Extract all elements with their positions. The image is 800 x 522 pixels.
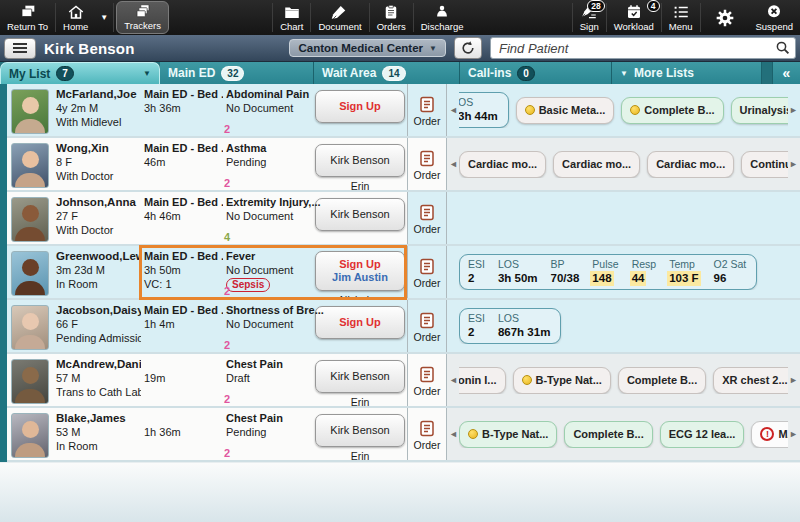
tab-my-list[interactable]: My List 7 ▼ (0, 62, 160, 84)
order-button[interactable]: Order (407, 84, 447, 136)
discharge-button[interactable]: Discharge (414, 0, 471, 35)
patient-photo[interactable] (11, 359, 49, 404)
tab-label: My List (9, 67, 50, 81)
nurse-name: Erin (351, 179, 370, 193)
scroll-left-icon[interactable]: ◄ (449, 103, 458, 117)
tab-wait-area[interactable]: Wait Area 14 (314, 62, 460, 84)
vc-count (144, 169, 220, 183)
scroll-right-icon[interactable]: ► (789, 373, 798, 387)
sepsis-flag[interactable]: Sepsis (226, 278, 270, 292)
provider-assign-button[interactable]: Kirk Benson (315, 414, 405, 447)
patient-row[interactable]: Johnson,Anna 27 F With Doctor Main ED - … (7, 192, 800, 246)
trackers-button[interactable]: Trackers (116, 1, 169, 34)
chart-button[interactable]: Chart (273, 0, 310, 35)
search-icon[interactable] (774, 39, 792, 57)
home-icon (67, 4, 85, 20)
patient-status: Trans to Cath Lab (56, 385, 138, 399)
settings-button[interactable] (701, 0, 749, 35)
patient-row[interactable]: Blake,James 53 M In Room 1h 36m Chest Pa… (7, 408, 800, 462)
result-chip[interactable]: Continuous... (741, 151, 788, 178)
tab-main-ed[interactable]: Main ED 32 (160, 62, 314, 84)
patient-name[interactable]: McFarland,Joe (56, 87, 138, 101)
patient-name[interactable]: Wong,Xin (56, 141, 138, 155)
result-chip[interactable]: ECG 12 lea... (660, 421, 745, 448)
document-button[interactable]: Document (311, 0, 368, 35)
patient-photo[interactable] (11, 305, 49, 350)
chip-label: Basic Meta... (539, 103, 606, 117)
patient-name[interactable]: Blake,James (56, 411, 138, 425)
collapse-panel-button[interactable]: « (772, 62, 800, 84)
patient-photo[interactable] (11, 89, 49, 134)
provider-assign-button[interactable]: Kirk Benson (315, 144, 405, 177)
vitals-chip[interactable]: ESI2LOS867h 31m (459, 308, 561, 344)
home-dropdown-caret[interactable]: ▼ (95, 0, 113, 35)
result-chip[interactable]: XR chest 2... (713, 367, 788, 394)
orders-button[interactable]: Orders (370, 0, 413, 35)
tab-more-lists[interactable]: ▼ More Lists (612, 62, 762, 84)
results-strip: OS3h 44mBasic Meta...Complete B...Urinal… (459, 92, 788, 128)
scroll-right-icon[interactable]: ► (789, 427, 798, 441)
patient-row[interactable]: McAndrew,Daniel 57 M Trans to Cath Lab 1… (7, 354, 800, 408)
result-chip[interactable]: Cardiac mo... (553, 151, 640, 178)
scroll-right-icon[interactable]: ► (789, 103, 798, 117)
scroll-right-icon[interactable]: ► (789, 157, 798, 171)
suspend-button[interactable]: Suspend (749, 0, 800, 35)
result-chip[interactable]: Cardiac mo... (459, 151, 546, 178)
patient-row[interactable]: Jacobson,Daisy 66 F Pending Admission Ma… (7, 300, 800, 354)
patient-photo[interactable] (11, 143, 49, 188)
order-button[interactable]: Order (407, 408, 447, 460)
scroll-left-icon[interactable]: ◄ (449, 427, 458, 441)
patient-name[interactable]: McAndrew,Daniel (56, 357, 138, 371)
scroll-left-icon[interactable]: ◄ (449, 157, 458, 171)
document-status: Pending (226, 155, 310, 169)
result-chip[interactable]: Complete B... (621, 97, 723, 124)
workload-button[interactable]: 4 Workload (607, 0, 661, 35)
refresh-button[interactable] (454, 37, 482, 59)
hamburger-menu-button[interactable] (4, 38, 36, 59)
provider-assign-button[interactable]: Sign Up (315, 90, 405, 123)
result-chip[interactable]: Basic Meta... (516, 97, 615, 124)
sign-button[interactable]: 28 Sign (573, 0, 606, 35)
chip-label: Complete B... (573, 427, 643, 441)
home-button[interactable]: Home (56, 0, 95, 35)
provider-assign-button[interactable]: Kirk Benson (315, 198, 405, 231)
provider-assign-button[interactable]: Kirk Benson (315, 360, 405, 393)
menu-button[interactable]: Menu (662, 0, 700, 35)
result-chip[interactable]: Complete B... (618, 367, 706, 394)
patient-row[interactable]: Wong,Xin 8 F With Doctor Main ED - Bed .… (7, 138, 800, 192)
patient-name[interactable]: Johnson,Anna (56, 195, 138, 209)
patient-row[interactable]: McFarland,Joe 4y 2m M With Midlevel Main… (7, 84, 800, 138)
result-chip[interactable]: Urinalysis... (731, 97, 788, 124)
return-to-button[interactable]: Return To (0, 0, 55, 35)
results-strip: ESI2LOS867h 31m (459, 308, 788, 344)
result-chip[interactable]: B-Type Nat... (513, 367, 611, 394)
patient-row[interactable]: Greenwood,Lewis 3m 23d M In Room Main ED… (7, 246, 800, 300)
facility-selector[interactable]: Canton Medical Center ▼ (289, 39, 446, 57)
order-button[interactable]: Order (407, 300, 447, 352)
find-patient-search (490, 37, 796, 59)
tab-call-ins[interactable]: Call-ins 0 (460, 62, 612, 84)
vitals-chip[interactable]: OS3h 44m (459, 92, 509, 128)
result-chip[interactable]: Complete B... (564, 421, 652, 448)
vital-column: BP70/38 (551, 257, 580, 287)
order-button[interactable]: Order (407, 354, 447, 406)
result-chip[interactable]: !MAR (751, 421, 788, 448)
provider-assign-button[interactable]: Sign Up Jim Austin (315, 251, 405, 291)
scroll-left-icon[interactable]: ◄ (449, 373, 458, 387)
patient-name[interactable]: Jacobson,Daisy (56, 303, 138, 317)
patient-age-sex: 3m 23d M (56, 263, 138, 277)
provider-assign-button[interactable]: Sign Up (315, 306, 405, 339)
chevron-down-icon[interactable]: ▼ (143, 69, 151, 78)
result-chip[interactable]: onin I... (459, 367, 506, 394)
patient-photo[interactable] (11, 251, 49, 296)
vitals-chip[interactable]: ESI2LOS3h 50mBP70/38Pulse148Resp44Temp10… (459, 254, 757, 290)
order-button[interactable]: Order (407, 138, 447, 190)
search-input[interactable] (490, 37, 796, 59)
result-chip[interactable]: B-Type Nat... (459, 421, 557, 448)
patient-photo[interactable] (11, 413, 49, 458)
patient-name[interactable]: Greenwood,Lewis (56, 249, 138, 263)
order-button[interactable]: Order (407, 192, 447, 244)
order-button[interactable]: Order (407, 246, 447, 298)
patient-photo[interactable] (11, 197, 49, 242)
result-chip[interactable]: Cardiac mo... (647, 151, 734, 178)
